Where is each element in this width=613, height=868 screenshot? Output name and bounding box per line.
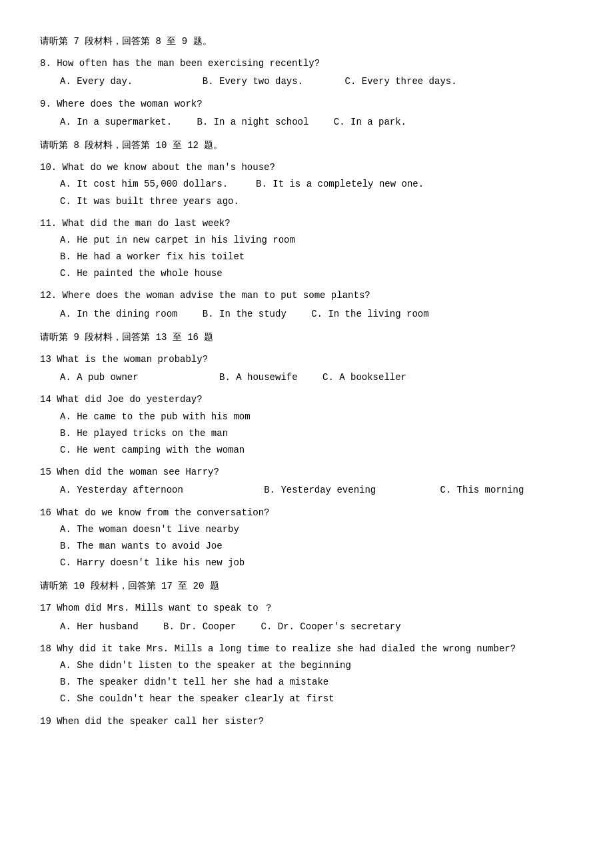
section-10-header: 请听第 10 段材料，回答第 17 至 20 题 [40,578,573,595]
q16-option-a: A. The woman doesn't live nearby [60,521,573,538]
q9-options: A. In a supermarket. B. In a night schoo… [60,113,573,131]
q13-options: A. A pub owner B. A housewife C. A books… [60,368,573,386]
q18-options: A. She didn't listen to the speaker at t… [60,657,573,708]
q13-option-b: B. A housewife [219,372,320,383]
q11-text: 11. What did the man do last week? [40,215,573,232]
q9-text: 9. Where does the woman work? [40,96,573,113]
q12-option-b: B. In the study [203,309,309,319]
q8-text: 8. How often has the man been exercising… [40,55,573,72]
q8-option-c: C. Every three days. [345,76,457,87]
q18-text: 18 Why did it take Mrs. Mills a long tim… [40,641,573,657]
q11-options: A. He put in new carpet in his living ro… [60,232,573,283]
q9-option-c: C. In a park. [334,117,406,127]
q14-option-a: A. He came to the pub with his mom [60,409,573,425]
section-9-header: 请听第 9 段材料，回答第 13 至 16 题 [40,329,573,346]
q14-option-b: B. He played tricks on the man [60,425,573,442]
question-18: 18 Why did it take Mrs. Mills a long tim… [40,641,573,708]
q11-option-c: C. He painted the whole house [60,265,573,282]
section-8-header: 请听第 8 段材料，回答第 10 至 12 题。 [40,137,573,154]
q12-options: A. In the dining room B. In the study C.… [60,305,573,323]
q16-text: 16 What do we know from the conversation… [40,505,573,521]
q16-option-b: B. The man wants to avoid Joe [60,538,573,555]
q17-option-b: B. Dr. Cooper [163,621,259,632]
q12-option-a: A. In the dining room [60,309,200,319]
question-13: 13 What is the woman probably? A. A pub … [40,351,573,386]
q10-options-row2: C. It was built three years ago. [60,193,573,210]
q17-text: 17 Whom did Mrs. Mills want to speak to … [40,600,573,617]
section-10: 请听第 10 段材料，回答第 17 至 20 题 17 Whom did Mrs… [40,578,573,730]
q19-text: 19 When did the speaker call her sister? [40,713,573,730]
question-9: 9. Where does the woman work? A. In a su… [40,96,573,131]
q17-options: A. Her husband B. Dr. Cooper C. Dr. Coop… [60,617,573,635]
q15-text: 15 When did the woman see Harry? [40,464,573,481]
q13-option-a: A. A pub owner [60,372,217,383]
question-14: 14 What did Joe do yesterday? A. He came… [40,391,573,459]
q12-text: 12. Where does the woman advise the man … [40,287,573,304]
q15-options: A. Yesterday afternoon B. Yesterday even… [60,481,573,499]
q13-text: 13 What is the woman probably? [40,351,573,368]
section-8: 请听第 8 段材料，回答第 10 至 12 题。 10. What do we … [40,137,573,323]
q8-options: A. Every day. B. Every two days. C. Ever… [60,72,573,90]
q10-text: 10. What do we know about the man's hous… [40,159,573,176]
question-17: 17 Whom did Mrs. Mills want to speak to … [40,600,573,635]
q8-option-a: A. Every day. [60,76,200,87]
section-7: 请听第 7 段材料，回答第 8 至 9 题。 8. How often has … [40,33,573,131]
question-8: 8. How often has the man been exercising… [40,55,573,90]
q15-option-b: B. Yesterday evening [264,485,437,495]
q15-option-a: A. Yesterday afternoon [60,485,261,495]
q12-option-c: C. In the living room [311,309,428,319]
section-9: 请听第 9 段材料，回答第 13 至 16 题 13 What is the w… [40,329,573,571]
q9-option-a: A. In a supermarket. [60,117,195,127]
q14-text: 14 What did Joe do yesterday? [40,391,573,408]
q16-option-c: C. Harry doesn't like his new job [60,555,573,571]
q17-option-a: A. Her husband [60,621,161,632]
question-16: 16 What do we know from the conversation… [40,505,573,572]
question-10: 10. What do we know about the man's hous… [40,159,573,210]
q18-option-a: A. She didn't listen to the speaker at t… [60,657,573,674]
q14-option-c: C. He went camping with the woman [60,442,573,459]
q11-option-a: A. He put in new carpet in his living ro… [60,232,573,249]
q8-option-b: B. Every two days. [203,76,342,87]
q10-option-b: B. It is a completely new one. [256,179,424,189]
q18-option-b: B. The speaker didn't tell her she had a… [60,674,573,691]
q10-option-c: C. It was built three years ago. [60,196,239,207]
section-7-header: 请听第 7 段材料，回答第 8 至 9 题。 [40,33,573,50]
q9-option-b: B. In a night school [197,117,331,127]
q18-option-c: C. She couldn't hear the speaker clearly… [60,691,573,707]
q15-option-c: C. This morning [440,485,524,495]
q14-options: A. He came to the pub with his mom B. He… [60,409,573,459]
question-11: 11. What did the man do last week? A. He… [40,215,573,283]
q17-option-c: C. Dr. Cooper's secretary [261,621,401,632]
question-15: 15 When did the woman see Harry? A. Yest… [40,464,573,499]
q10-options: A. It cost him 55,000 dollars. B. It is … [60,176,573,209]
question-12: 12. Where does the woman advise the man … [40,287,573,322]
q11-option-b: B. He had a worker fix his toilet [60,249,573,265]
q16-options: A. The woman doesn't live nearby B. The … [60,521,573,572]
q13-option-c: C. A bookseller [322,372,406,383]
exam-content: 请听第 7 段材料，回答第 8 至 9 题。 8. How often has … [40,33,573,730]
question-19: 19 When did the speaker call her sister? [40,713,573,730]
q10-option-a: A. It cost him 55,000 dollars. [60,179,251,189]
q10-options-row1: A. It cost him 55,000 dollars. B. It is … [60,176,573,193]
